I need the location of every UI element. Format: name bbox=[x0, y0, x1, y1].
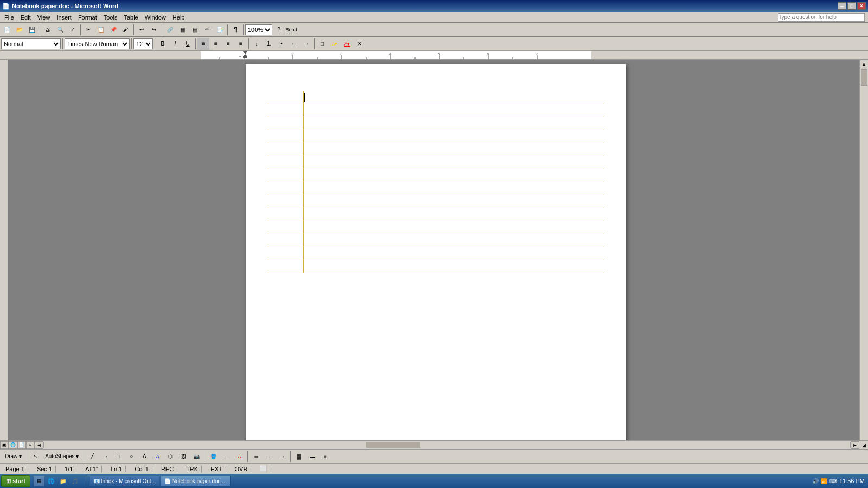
more-format-button[interactable]: ✕ bbox=[354, 38, 366, 50]
read-button[interactable]: Read bbox=[285, 24, 297, 36]
menu-view[interactable]: View bbox=[34, 14, 54, 21]
diagram-tool[interactable]: ⬡ bbox=[164, 451, 176, 463]
resize-handle[interactable]: ◢ bbox=[859, 441, 868, 449]
fill-color-btn[interactable]: 🪣 bbox=[207, 451, 219, 463]
drawing-button[interactable]: ✏ bbox=[201, 24, 213, 36]
menu-table[interactable]: Table bbox=[120, 14, 141, 21]
line-tool[interactable]: ╱ bbox=[86, 451, 98, 463]
clipart-tool[interactable]: 🖼 bbox=[177, 451, 189, 463]
word-label: Notebook paper.doc ... bbox=[172, 478, 227, 484]
save-button[interactable]: 💾 bbox=[26, 24, 38, 36]
increase-indent-button[interactable]: → bbox=[301, 38, 312, 50]
close-button[interactable]: ✕ bbox=[857, 2, 866, 10]
minimize-button[interactable]: ─ bbox=[838, 2, 846, 10]
oval-tool[interactable]: ○ bbox=[125, 451, 137, 463]
justify-button[interactable]: ≡ bbox=[235, 38, 247, 50]
paste-button[interactable]: 📌 bbox=[107, 24, 119, 36]
help-search-input[interactable] bbox=[778, 13, 865, 22]
zoom-select[interactable]: 100% 75% 150% bbox=[245, 24, 272, 35]
undo-button[interactable]: ↩ bbox=[136, 24, 148, 36]
menu-insert[interactable]: Insert bbox=[53, 14, 75, 21]
select-objects-button[interactable]: ↖ bbox=[29, 451, 41, 463]
menu-help[interactable]: Help bbox=[169, 14, 188, 21]
notebook-line-10 bbox=[267, 208, 604, 221]
open-button[interactable]: 📂 bbox=[14, 24, 25, 36]
outside-border-button[interactable]: □ bbox=[316, 38, 328, 50]
menu-tools[interactable]: Tools bbox=[100, 14, 121, 21]
font-color-btn2[interactable]: A bbox=[233, 451, 245, 463]
dash-style-btn[interactable]: - - bbox=[263, 451, 275, 463]
picture-tool[interactable]: 📷 bbox=[190, 451, 202, 463]
document-area[interactable]: ▲ ▼ bbox=[8, 60, 868, 449]
scroll-thumb[interactable] bbox=[861, 69, 867, 86]
menu-format[interactable]: Format bbox=[75, 14, 100, 21]
textbox-tool[interactable]: A bbox=[138, 451, 150, 463]
underline-button[interactable]: U bbox=[182, 38, 194, 50]
align-right-button[interactable]: ≡ bbox=[222, 38, 234, 50]
font-size-select[interactable]: 12 10 14 16 bbox=[133, 38, 153, 49]
bullets-button[interactable]: • bbox=[276, 38, 288, 50]
rect-tool[interactable]: □ bbox=[112, 451, 124, 463]
fsep2 bbox=[131, 38, 132, 49]
decrease-indent-button[interactable]: ← bbox=[288, 38, 300, 50]
media-btn[interactable]: 🎵 bbox=[69, 476, 80, 486]
help-btn[interactable]: ? bbox=[273, 24, 285, 36]
h-scroll-thumb[interactable] bbox=[366, 442, 420, 448]
spell-button[interactable]: ✓ bbox=[67, 24, 79, 36]
h-scroll-right[interactable]: ► bbox=[851, 441, 859, 449]
taskbar-inbox[interactable]: 📧 Inbox - Microsoft Out... bbox=[90, 476, 159, 486]
shadow-btn[interactable]: ▓ bbox=[293, 451, 305, 463]
view-print-btn[interactable]: 📄 bbox=[17, 441, 26, 449]
view-web-btn[interactable]: 🌐 bbox=[9, 441, 17, 449]
h-scroll-track[interactable] bbox=[43, 442, 851, 448]
wordart-tool[interactable]: A bbox=[151, 451, 163, 463]
line-color-btn[interactable]: ─ bbox=[220, 451, 232, 463]
table-button[interactable]: ▦ bbox=[176, 24, 188, 36]
svg-text:⌐: ⌐ bbox=[239, 54, 241, 59]
align-center-button[interactable]: ≡ bbox=[210, 38, 222, 50]
line-style-btn[interactable]: ═ bbox=[250, 451, 262, 463]
maximize-button[interactable]: □ bbox=[847, 2, 856, 10]
highlight-button[interactable]: A▾ bbox=[329, 38, 341, 50]
copy-button[interactable]: 📋 bbox=[95, 24, 107, 36]
style-select[interactable]: Normal Heading 1 Heading 2 bbox=[1, 38, 61, 49]
italic-button[interactable]: I bbox=[169, 38, 181, 50]
hyperlink-button[interactable]: 🔗 bbox=[164, 24, 176, 36]
draw-dropdown[interactable]: Draw ▾ bbox=[2, 451, 24, 463]
bold-button[interactable]: B bbox=[157, 38, 169, 50]
new-button[interactable]: 📄 bbox=[1, 24, 13, 36]
arrow-tool[interactable]: → bbox=[99, 451, 111, 463]
redo-button[interactable]: ↪ bbox=[148, 24, 160, 36]
draw-expand-btn[interactable]: » bbox=[319, 451, 331, 463]
vertical-scrollbar[interactable]: ▲ ▼ bbox=[859, 60, 868, 449]
show-hide-button[interactable]: ¶ bbox=[229, 24, 241, 36]
taskbar-word[interactable]: 📄 Notebook paper.doc ... bbox=[161, 476, 231, 486]
3d-btn[interactable]: ▬ bbox=[306, 451, 318, 463]
menu-file[interactable]: File bbox=[1, 14, 17, 21]
document-map-button[interactable]: 📑 bbox=[214, 24, 226, 36]
arrow-style-btn[interactable]: → bbox=[276, 451, 288, 463]
autoshapes-dropdown[interactable]: AutoShapes ▾ bbox=[42, 451, 81, 463]
folder-btn[interactable]: 📁 bbox=[58, 476, 68, 486]
h-scroll-left[interactable]: ◄ bbox=[35, 441, 43, 449]
print-preview-button[interactable]: 🔍 bbox=[54, 24, 66, 36]
vertical-ruler: 2 3 4 bbox=[0, 60, 8, 449]
numbering-button[interactable]: 1. bbox=[263, 38, 275, 50]
font-select[interactable]: Times New Roman Arial Courier New bbox=[65, 38, 130, 49]
columns-button[interactable]: ▤ bbox=[189, 24, 201, 36]
show-desktop-btn[interactable]: 🖥 bbox=[34, 476, 44, 486]
print-button[interactable]: 🖨 bbox=[42, 24, 54, 36]
menu-edit[interactable]: Edit bbox=[17, 14, 34, 21]
scroll-up-button[interactable]: ▲ bbox=[860, 60, 869, 68]
start-button[interactable]: ⊞ start bbox=[1, 475, 30, 487]
line-spacing-button[interactable]: ↕ bbox=[251, 38, 263, 50]
cut-button[interactable]: ✂ bbox=[82, 24, 94, 36]
format-painter-button[interactable]: 🖌 bbox=[120, 24, 132, 36]
notebook-line-5 bbox=[267, 143, 604, 156]
menu-window[interactable]: Window bbox=[142, 14, 169, 21]
ie-btn[interactable]: 🌐 bbox=[46, 476, 56, 486]
align-left-button[interactable]: ≡ bbox=[197, 38, 209, 50]
view-outline-btn[interactable]: ≡ bbox=[26, 441, 35, 449]
view-normal-btn[interactable]: ▣ bbox=[0, 441, 9, 449]
font-color-button[interactable]: A▾ bbox=[341, 38, 353, 50]
